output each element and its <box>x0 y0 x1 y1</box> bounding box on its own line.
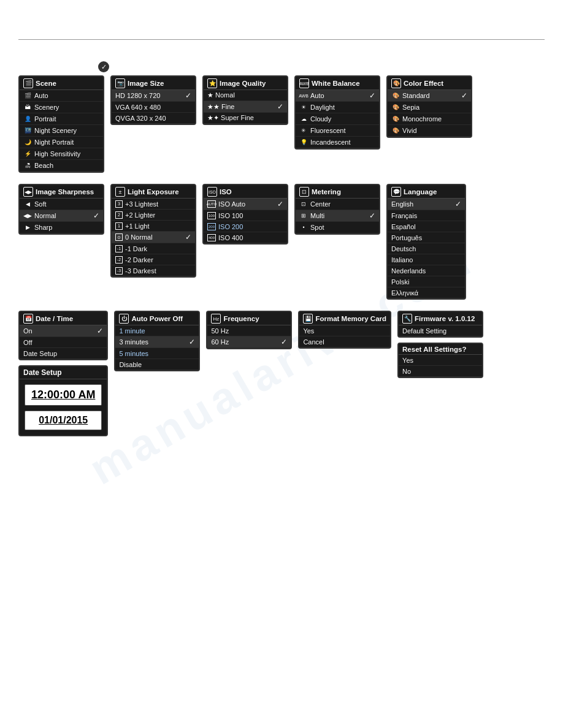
datetime-setup[interactable]: Date Setup <box>20 348 107 359</box>
iso-title: ISO <box>220 188 232 195</box>
lang-italiano[interactable]: Italiano <box>388 254 465 265</box>
date-setup-date[interactable]: 01/01/2015 <box>25 411 102 430</box>
menu-row-2: ◀▶ Image Sharpness ◀ Soft ◀▶ Normal ✓ ▶ … <box>18 184 545 300</box>
lang-nederlands[interactable]: Nederlands <box>388 265 465 276</box>
wb-auto[interactable]: AWB Auto ✓ <box>296 90 379 102</box>
power-3min[interactable]: 3 minutes ✓ <box>115 336 199 348</box>
size-qvga[interactable]: QVGA 320 x 240 <box>112 113 195 124</box>
quality-fine-check: ✓ <box>277 102 283 111</box>
firmware-title: Firmware v. 1.0.12 <box>415 315 475 322</box>
image-sharpness-title: Image Sharpness <box>36 188 94 195</box>
exp-0[interactable]: 0 0 Normal ✓ <box>112 232 195 243</box>
wb-incandescent[interactable]: 💡 Incandescent <box>296 137 379 148</box>
meter-multi[interactable]: ⊞ Multi ✓ <box>296 210 379 222</box>
normal-icon: ◀▶ <box>23 211 32 220</box>
exp-p1[interactable]: 1 +1 Light <box>112 221 195 232</box>
color-sepia[interactable]: 🎨 Sepia <box>388 102 471 113</box>
exp-p3-icon: 3 <box>115 200 123 208</box>
light-exposure-header: ± Light Exposure <box>112 185 195 199</box>
size-vga[interactable]: VGA 640 x 480 <box>112 102 195 113</box>
color-vivid[interactable]: 🎨 Vivid <box>388 125 471 137</box>
reset-no[interactable]: No <box>399 366 482 377</box>
white-balance-title: White Balance <box>312 80 360 87</box>
iso-menu: ISO ISO AUTO ISO Auto ✓ 100 ISO 100 200 … <box>202 184 288 245</box>
scene-night-scenery[interactable]: 🌃 Night Scenery <box>20 125 103 137</box>
meter-spot[interactable]: • Spot <box>296 222 379 233</box>
color-sepia-icon: 🎨 <box>391 103 400 112</box>
sharp-icon: ▶ <box>23 223 32 232</box>
lang-deutsch[interactable]: Deutsch <box>388 243 465 254</box>
date-setup-time[interactable]: 12:00:00 AM <box>25 384 102 406</box>
iso-100[interactable]: 100 ISO 100 <box>204 210 287 221</box>
datetime-on[interactable]: On ✓ <box>20 325 107 337</box>
iso-100-icon: 100 <box>207 212 216 219</box>
exp-p2[interactable]: 2 +2 Lighter <box>112 210 195 221</box>
menu-row-3: 📅 Date / Time On ✓ Off Date Setup Date S… <box>18 311 545 436</box>
meter-center[interactable]: ⊡ Center <box>296 199 379 210</box>
exp-p3[interactable]: 3 +3 Lightest <box>112 199 195 210</box>
firmware-default[interactable]: Default Setting <box>399 325 482 336</box>
iso-auto[interactable]: AUTO ISO Auto ✓ <box>204 199 287 210</box>
date-time-header: 📅 Date / Time <box>20 312 107 325</box>
lang-greek[interactable]: Ελληνικά <box>388 287 465 298</box>
freq-60-check: ✓ <box>281 338 287 346</box>
frequency-icon: Hz <box>211 314 221 324</box>
lang-polski[interactable]: Polski <box>388 276 465 287</box>
white-balance-header: AWB White Balance <box>296 77 379 90</box>
scene-beach[interactable]: 🏖 Beach <box>20 160 103 172</box>
iso-200[interactable]: 200 ISO 200 <box>204 221 287 232</box>
size-hd[interactable]: HD 1280 x 720 ✓ <box>112 90 195 102</box>
power-disable[interactable]: Disable <box>115 359 199 370</box>
frequency-menu: Hz Frequency 50 Hz 60 Hz ✓ <box>206 311 292 349</box>
iso-400[interactable]: 400 ISO 400 <box>204 232 287 243</box>
scene-auto[interactable]: 🎬 Auto <box>20 90 103 102</box>
image-size-header: 📷 Image Size <box>112 77 195 90</box>
power-1min[interactable]: 1 minute <box>115 325 199 336</box>
sharpness-normal[interactable]: ◀▶ Normal ✓ <box>20 210 103 222</box>
portrait-icon: 👤 <box>23 115 32 123</box>
wb-auto-icon: AWB <box>299 91 308 100</box>
lang-espanol[interactable]: Español <box>388 221 465 232</box>
wb-cloudy-icon: ☁ <box>299 115 308 123</box>
power-5min[interactable]: 5 minutes <box>115 348 199 359</box>
firmware-icon: 🔧 <box>402 314 412 324</box>
reset-yes[interactable]: Yes <box>399 355 482 366</box>
exp-m3-icon: -3 <box>115 267 123 275</box>
wb-fluorescent[interactable]: ✳ Fluorescent <box>296 125 379 137</box>
quality-normal[interactable]: ★ Nomal <box>204 90 287 101</box>
scene-portrait[interactable]: 👤 Portrait <box>20 113 103 125</box>
reset-settings-title: Reset All Settings? <box>402 346 466 353</box>
freq-60[interactable]: 60 Hz ✓ <box>207 336 291 348</box>
sharpness-sharp[interactable]: ▶ Sharp <box>20 222 103 233</box>
high-sens-icon: ⚡ <box>23 150 32 158</box>
exp-m2[interactable]: -2 -2 Darker <box>112 254 195 265</box>
format-yes[interactable]: Yes <box>299 325 390 336</box>
quality-fine[interactable]: ★★ Fine ✓ <box>204 101 287 113</box>
wb-daylight[interactable]: ☀ Daylight <box>296 102 379 113</box>
meter-center-icon: ⊡ <box>299 200 308 208</box>
exp-m1[interactable]: -1 -1 Dark <box>112 243 195 254</box>
date-time-menu: 📅 Date / Time On ✓ Off Date Setup <box>18 311 108 360</box>
datetime-off[interactable]: Off <box>20 337 107 348</box>
freq-50[interactable]: 50 Hz <box>207 325 291 336</box>
wb-daylight-icon: ☀ <box>299 103 308 112</box>
image-quality-icon: ⭐ <box>207 78 217 88</box>
lang-francais[interactable]: Français <box>388 210 465 221</box>
scenery-icon: 🏔 <box>23 103 32 112</box>
lang-english[interactable]: English ✓ <box>388 199 465 210</box>
image-sharpness-menu: ◀▶ Image Sharpness ◀ Soft ◀▶ Normal ✓ ▶ … <box>18 184 104 235</box>
lang-portugues[interactable]: Português <box>388 232 465 243</box>
exp-m3[interactable]: -3 -3 Darkest <box>112 265 195 276</box>
quality-superfine[interactable]: ★✦ Super Fine <box>204 113 287 124</box>
sharpness-soft[interactable]: ◀ Soft <box>20 199 103 210</box>
color-monochrome[interactable]: 🎨 Monochrome <box>388 113 471 125</box>
scene-night-portrait[interactable]: 🌙 Night Portrait <box>20 137 103 148</box>
format-cancel[interactable]: Cancel <box>299 336 390 347</box>
color-standard[interactable]: 🎨 Standard ✓ <box>388 90 471 102</box>
scene-scenery[interactable]: 🏔 Scenery <box>20 102 103 113</box>
auto-power-title: Auto Power Off <box>131 315 183 322</box>
scene-high-sensitivity[interactable]: ⚡ High Sensitivity <box>20 148 103 160</box>
wb-cloudy[interactable]: ☁ Cloudy <box>296 113 379 125</box>
scene-icon: 🎬 <box>23 78 33 88</box>
language-title: Language <box>404 188 437 195</box>
